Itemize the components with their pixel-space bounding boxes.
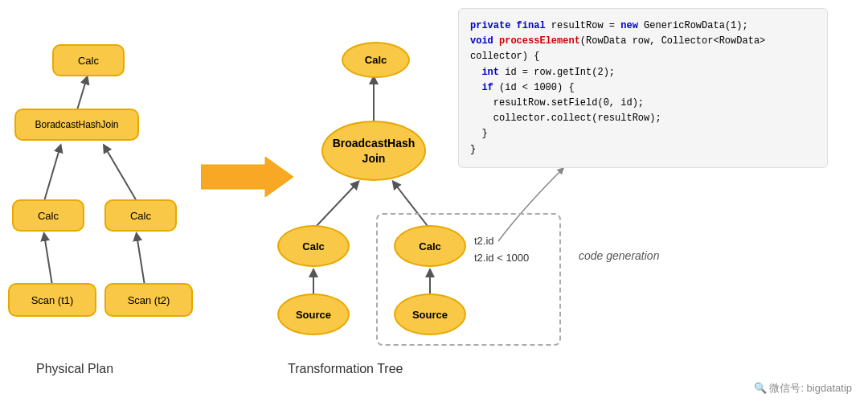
right-broadcast-hash-join: BroadcastHashJoin xyxy=(321,121,426,181)
transform-arrow xyxy=(201,157,297,197)
right-calc-top: Calc xyxy=(342,42,410,78)
svg-line-0 xyxy=(44,235,52,285)
annotation-text: t2.id t2.id < 1000 xyxy=(474,233,529,267)
svg-line-7 xyxy=(313,183,358,229)
right-source-left: Source xyxy=(277,293,350,335)
svg-line-4 xyxy=(76,78,87,113)
left-broadcast-hash-join: BoradcastHashJoin xyxy=(14,109,139,141)
left-calc-right: Calc xyxy=(104,199,177,232)
code-generation-label: code generation xyxy=(579,249,659,262)
svg-line-3 xyxy=(104,146,137,201)
svg-line-2 xyxy=(44,146,60,201)
right-calc-left: Calc xyxy=(277,225,350,267)
scan-t2: Scan (t2) xyxy=(104,283,193,317)
svg-line-1 xyxy=(137,235,145,285)
scan-t1: Scan (t1) xyxy=(8,283,96,317)
dashed-annotation-box xyxy=(376,213,561,346)
watermark: 🔍 微信号: bigdatatip xyxy=(754,381,852,396)
svg-marker-12 xyxy=(201,157,293,197)
main-container: Calc BoradcastHashJoin Calc Calc Scan (t… xyxy=(0,0,868,402)
left-calc-top: Calc xyxy=(52,44,125,76)
transformation-tree-label: Transformation Tree xyxy=(288,362,403,376)
left-calc-left: Calc xyxy=(12,199,84,232)
code-box: private final resultRow = new GenericRow… xyxy=(458,8,828,168)
physical-plan-label: Physical Plan xyxy=(36,362,113,376)
